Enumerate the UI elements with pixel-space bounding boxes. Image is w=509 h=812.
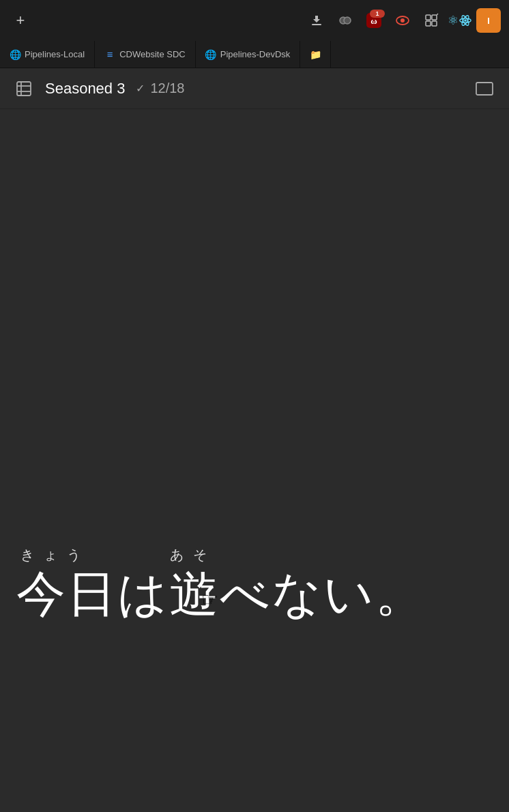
add-tab-button[interactable]: + <box>8 8 33 33</box>
download-icon[interactable] <box>304 8 329 33</box>
furigana-row: きょう あそ <box>14 546 509 564</box>
svg-rect-22 <box>476 83 493 95</box>
check-icon: ✓ <box>136 82 145 95</box>
list-icon: ≡ <box>104 49 115 60</box>
main-content: きょう あそ 今日は遊べない。 ☞ <box>0 109 509 812</box>
react-icon[interactable] <box>448 8 472 33</box>
svg-rect-0 <box>312 24 321 25</box>
tab-label: Pipelines-DevDsk <box>220 49 291 59</box>
toolbar-icons: ω <box>304 8 501 33</box>
record-icon[interactable] <box>333 8 358 33</box>
presentation-button[interactable] <box>474 78 495 100</box>
globe-icon: 🌐 <box>10 49 20 60</box>
svg-line-11 <box>437 14 438 15</box>
cdwebsite-sdc-tab[interactable]: ≡ CDWebsite SDC <box>95 41 196 68</box>
folder-tab[interactable]: 📁 <box>300 41 331 68</box>
top-bar: + ω <box>0 0 509 41</box>
svg-text:ω: ω <box>370 16 377 26</box>
furigana-text: きょう あそ <box>20 546 216 564</box>
workalike-icon[interactable]: ω <box>362 8 386 33</box>
svg-point-2 <box>344 17 351 24</box>
content-header: Seasoned 3 ✓ 12/18 <box>0 68 509 109</box>
folder-icon: 📁 <box>310 49 321 60</box>
svg-rect-7 <box>426 15 431 20</box>
deck-icon <box>14 78 34 99</box>
identity-icon[interactable]: I <box>476 8 501 33</box>
svg-rect-18 <box>17 82 31 96</box>
svg-rect-8 <box>432 15 437 20</box>
eye-icon[interactable] <box>390 8 415 33</box>
pipelines-devdsk-tab[interactable]: 🌐 Pipelines-DevDsk <box>196 41 301 68</box>
tab-label: Pipelines-Local <box>25 49 85 59</box>
globe-icon-2: 🌐 <box>205 49 216 60</box>
pipelines-local-tab[interactable]: 🌐 Pipelines-Local <box>0 41 95 68</box>
main-japanese-text[interactable]: 今日は遊べない。 <box>14 567 509 621</box>
tabs-bar: 🌐 Pipelines-Local ≡ CDWebsite SDC 🌐 Pipe… <box>0 41 509 68</box>
progress-count: 12/18 <box>150 81 184 96</box>
check-count: ✓ 12/18 <box>136 81 184 96</box>
japanese-content-area: きょう あそ 今日は遊べない。 <box>0 532 509 635</box>
svg-text:I: I <box>487 16 490 26</box>
grid-icon[interactable] <box>419 8 443 33</box>
deck-title: Seasoned 3 <box>45 80 125 98</box>
tab-label: CDWebsite SDC <box>119 49 186 59</box>
svg-point-15 <box>464 19 467 22</box>
svg-rect-9 <box>426 21 431 26</box>
svg-rect-10 <box>432 21 437 26</box>
svg-point-6 <box>401 18 405 23</box>
